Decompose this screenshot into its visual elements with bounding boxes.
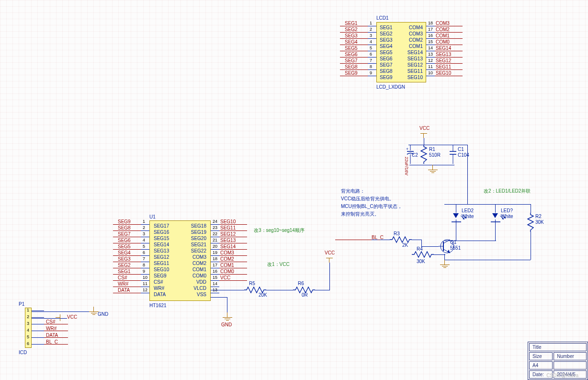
c1-ref: C1 [458, 147, 464, 152]
net-COM1: COM1 [436, 33, 458, 38]
net-SEG1: SEG1 [345, 21, 367, 26]
note-mod1: 改1：VCC [267, 261, 290, 268]
r2 [526, 213, 534, 232]
net-WR#: WR# [118, 281, 140, 287]
net-COM1: COM1 [220, 263, 242, 268]
net-SEG9: SEG9 [345, 70, 367, 76]
blc-net: BL_C [372, 235, 384, 240]
gnd-p1-lbl: GND [98, 311, 108, 317]
lcd1-model: LCD_LXDGN [376, 84, 405, 90]
r1-val: 510R [429, 152, 441, 158]
tb-size-hdr: Size [529, 352, 553, 360]
p1-model: ICD [19, 350, 27, 355]
net-SEG14: SEG14 [436, 46, 458, 51]
svg-text:+: + [406, 147, 408, 151]
p1-ref: P1 [19, 301, 24, 307]
tb-title-hdr: Title [529, 343, 587, 351]
net-SEG1: SEG1 [118, 269, 140, 274]
net-CS#: CS# [118, 275, 140, 280]
bl-note1: 背光电路： [341, 188, 365, 195]
bl-note3: MCU控制BL_C的电平状态， [341, 203, 402, 210]
net-COM0: COM0 [436, 39, 458, 45]
u1-ref: U1 [149, 214, 156, 219]
net-SEG10: SEG10 [220, 219, 242, 224]
net-SEG9: SEG9 [118, 219, 140, 224]
net-SEG8: SEG8 [345, 64, 367, 69]
led2-ref: LED2 [462, 208, 474, 213]
u1-model: HT1621 [149, 303, 167, 308]
net-SEG3: SEG3 [345, 33, 367, 38]
net-SEG5: SEG5 [345, 46, 367, 51]
r5-ref: R5 [249, 281, 255, 286]
r6-ref: R6 [298, 281, 304, 286]
c2-val: 22uF/16V [404, 157, 409, 175]
net-SEG4: SEG4 [118, 250, 140, 255]
watermark: CSDN @Naiva [546, 373, 578, 378]
net-SEG8: SEG8 [118, 225, 140, 230]
led1 [492, 213, 498, 218]
led2 [453, 213, 459, 218]
r3-val: 2K [402, 242, 408, 248]
net-SEG3: SEG3 [118, 256, 140, 262]
net-SEG5: SEG5 [118, 244, 140, 249]
note-mod3: 改3：seg10~seg14顺序 [254, 227, 305, 234]
c1 [449, 145, 457, 167]
net-SEG13: SEG13 [436, 52, 458, 57]
c2-ref: C2 [412, 152, 418, 158]
net-SEG11: SEG11 [220, 225, 242, 230]
q1-ref: Q1 [450, 240, 456, 245]
r3-ref: R3 [394, 231, 400, 236]
tb-size: A4 [529, 361, 553, 369]
net-SEG12: SEG12 [220, 231, 242, 237]
net-COM2: COM2 [220, 256, 242, 262]
net-VCC: VCC [220, 275, 242, 280]
led1-ref: LED? [501, 208, 513, 213]
vcc-p1-lbl: VCC [67, 314, 77, 320]
lcd1-ref: LCD1 [376, 15, 389, 21]
vcc-r6-label: VCC [325, 250, 335, 255]
bl-mod2: 改2：LED1/LED2并联 [484, 188, 531, 195]
net-SEG4: SEG4 [345, 39, 367, 45]
r2-val: 30K [535, 219, 544, 225]
vcc-bl-lbl: VCC [419, 126, 430, 131]
lcd1-body: SEG1SEG2SEG3SEG4SEG5SEG6SEG7SEG8SEG9 COM… [376, 22, 426, 82]
r4 [412, 251, 434, 259]
net-DATA: DATA [118, 288, 140, 293]
r3 [390, 236, 412, 244]
r1-ref: R1 [429, 147, 435, 152]
net-SEG2: SEG2 [345, 27, 367, 32]
net-SEG10: SEG10 [436, 70, 458, 76]
gnd-u1-lbl: GND [221, 322, 232, 327]
r1 [419, 145, 427, 164]
net-SEG6: SEG6 [118, 238, 140, 243]
net-SEG12: SEG12 [436, 58, 458, 63]
r5-val: 20K [259, 292, 267, 298]
r4-ref: R4 [417, 246, 423, 252]
net-COM3: COM3 [220, 250, 242, 255]
bl-note2: VCC稳压后给背光供电。 [341, 196, 394, 202]
r4-val: 30K [417, 259, 425, 264]
net-COM2: COM2 [436, 27, 458, 32]
net-SEG13: SEG13 [220, 238, 242, 243]
net-COM3: COM3 [436, 21, 458, 26]
r6-val: 0R [302, 292, 308, 298]
net-SEG7: SEG7 [118, 231, 140, 237]
net-SEG11: SEG11 [436, 64, 458, 69]
tb-number-hdr: Number [554, 352, 587, 360]
net-SEG7: SEG7 [345, 58, 367, 63]
net-SEG14: SEG14 [220, 244, 242, 249]
q1-val: 5551 [450, 245, 461, 251]
bl-note4: 来控制背光亮灭。 [341, 211, 379, 218]
net-SEG6: SEG6 [345, 52, 367, 57]
net-COM0: COM0 [220, 269, 242, 274]
r2-ref: R2 [535, 214, 542, 219]
u1-body: SEG17SEG16SEG15SEG14SEG13SEG12SEG11SEG10… [149, 220, 211, 301]
net-SEG2: SEG2 [118, 263, 140, 268]
